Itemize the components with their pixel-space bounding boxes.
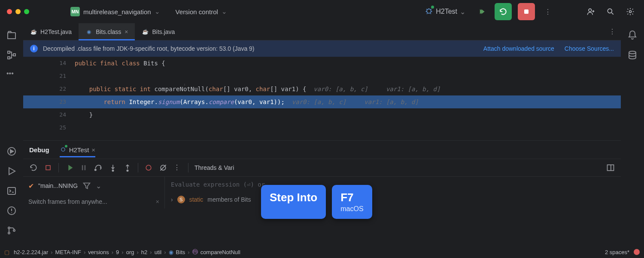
titlebar: MN multirelease_navigation ⌄ Version con… (0, 0, 644, 23)
database-tool-icon[interactable] (627, 50, 638, 60)
filter-icon[interactable] (82, 181, 91, 190)
static-members-row[interactable]: › S static members of Bits (165, 192, 621, 207)
step-out-icon[interactable] (123, 163, 132, 172)
line-number: 23 (23, 95, 75, 108)
keystroke-badge: F7 macOS (332, 185, 372, 219)
action-name: Step Into (270, 191, 317, 204)
thread-status: "main...NNING (38, 182, 78, 189)
minimize-window[interactable] (15, 9, 21, 14)
vcs-menu[interactable]: Version control ⌄ (176, 8, 227, 15)
chevron-right-icon: › (171, 196, 173, 203)
class-file-icon: ◉ (85, 28, 92, 35)
debug-tab-debug[interactable]: Debug (29, 143, 49, 157)
terminal-tool-icon[interactable] (6, 186, 17, 196)
svg-point-18 (95, 169, 96, 170)
banner-text: Decompiled .class file from JDK-9-specif… (43, 45, 255, 52)
static-badge-icon: S (177, 196, 185, 203)
platform-label: macOS (340, 205, 363, 213)
more-icon[interactable]: ⋮ (173, 163, 182, 172)
close-icon[interactable]: × (156, 198, 159, 205)
chevron-down-icon: ⌄ (460, 8, 465, 16)
mute-breakpoints-icon[interactable] (159, 163, 167, 172)
close-icon[interactable]: × (125, 28, 128, 35)
gear-icon[interactable] (623, 5, 637, 18)
stop-icon[interactable] (44, 163, 52, 172)
close-icon[interactable]: × (91, 146, 95, 154)
chevron-down-icon: ⌄ (222, 8, 227, 15)
frames-column: ✔ "main...NNING ⌄ Switch frames from any… (23, 177, 165, 209)
tab-h2test-java[interactable]: ☕ H2Test.java (23, 23, 79, 40)
right-rail (621, 23, 644, 258)
vcs-label: Version control (176, 8, 218, 15)
vcs-tool-icon[interactable] (6, 225, 17, 236)
notifications-icon[interactable] (627, 30, 638, 40)
svg-rect-9 (8, 187, 15, 194)
switch-frames-hint[interactable]: Switch frames from anywhe... × (23, 195, 164, 209)
shortcut-overlay: Step Into F7 macOS (261, 185, 372, 219)
tab-label: H2Test.java (40, 28, 72, 35)
error-indicator-icon[interactable] (634, 249, 640, 255)
structure-tool-icon[interactable] (6, 50, 17, 60)
svg-point-3 (608, 9, 612, 13)
more-icon[interactable]: ⋮ (541, 5, 555, 18)
pause-icon[interactable] (79, 163, 88, 172)
frame-row[interactable]: ✔ "main...NNING ⌄ (23, 177, 164, 195)
key-label: F7 (340, 191, 363, 204)
info-icon: i (30, 45, 38, 52)
text-caret (184, 77, 185, 86)
tab-label: Bits.class (96, 28, 121, 35)
line-number: 14 (23, 57, 75, 70)
tab-label: Bits.java (152, 28, 175, 35)
problems-tool-icon[interactable] (6, 206, 17, 216)
center-content: ☕ H2Test.java ◉ Bits.class × ☕ Bits.java… (23, 23, 621, 258)
statusbar: ▢ h2-2.2.224.jar› META-INF› versions› 9›… (0, 246, 644, 258)
indent-indicator[interactable]: 2 spaces* (605, 249, 629, 255)
members-text: members of Bits (207, 196, 251, 203)
resume-icon[interactable] (65, 163, 73, 172)
chevron-down-icon: ⌄ (155, 8, 160, 15)
maximize-window[interactable] (24, 9, 29, 14)
chevron-down-icon[interactable]: ⌄ (96, 182, 101, 190)
svg-rect-16 (82, 165, 83, 170)
titlebar-right: H2Test ⌄ ⋮ (421, 3, 637, 20)
attach-source-link[interactable]: Attach downloaded source (483, 45, 554, 52)
breadcrumb[interactable]: h2-2.2.224.jar› META-INF› versions› 9› o… (14, 248, 240, 256)
hint-text: Switch frames from anywhe... (28, 198, 107, 205)
left-rail: ••• (0, 23, 23, 258)
project-tool-icon[interactable] (6, 30, 17, 40)
step-over-icon[interactable] (94, 163, 103, 172)
view-breakpoints-icon[interactable] (144, 163, 153, 172)
stop-button[interactable] (518, 3, 535, 20)
layout-icon[interactable] (606, 163, 615, 172)
class-crumb-icon: ◉ (169, 249, 173, 255)
evaluate-input[interactable]: Evaluate expression (⏎) or (165, 177, 621, 192)
choose-sources-link[interactable]: Choose Sources... (565, 45, 614, 52)
debug-session-tab[interactable]: H2Test × (60, 142, 95, 157)
step-into-icon[interactable] (109, 163, 117, 172)
java-file-icon: ☕ (30, 28, 37, 35)
variables-column: Evaluate expression (⏎) or › S static me… (165, 177, 621, 209)
tab-bits-class[interactable]: ◉ Bits.class × (79, 23, 135, 40)
run-button[interactable] (475, 5, 489, 18)
add-user-icon[interactable] (584, 5, 598, 18)
search-icon[interactable] (604, 5, 617, 18)
rerun-icon[interactable] (29, 163, 38, 172)
run-tool-icon[interactable] (6, 166, 17, 176)
project-switcher[interactable]: MN multirelease_navigation ⌄ (70, 7, 160, 16)
close-window[interactable] (7, 9, 12, 14)
window-controls (7, 9, 29, 14)
svg-point-20 (127, 170, 128, 171)
tab-more-icon[interactable]: ⋮ (609, 28, 616, 36)
lib-icon: ▢ (4, 249, 9, 255)
threads-vars-label[interactable]: Threads & Vari (194, 164, 234, 171)
bug-icon (425, 6, 433, 17)
services-tool-icon[interactable] (6, 146, 17, 157)
line-number: 25 (23, 121, 75, 134)
tab-bits-java[interactable]: ☕ Bits.java (135, 23, 182, 40)
code-editor[interactable]: 14public final class Bits { 21 22 public… (23, 57, 621, 134)
project-badge: MN (70, 7, 80, 16)
rerun-debug-button[interactable] (495, 3, 512, 20)
more-tools-icon[interactable]: ••• (6, 70, 17, 80)
run-config-selector[interactable]: H2Test ⌄ (421, 5, 469, 18)
line-number: 22 (23, 83, 75, 95)
